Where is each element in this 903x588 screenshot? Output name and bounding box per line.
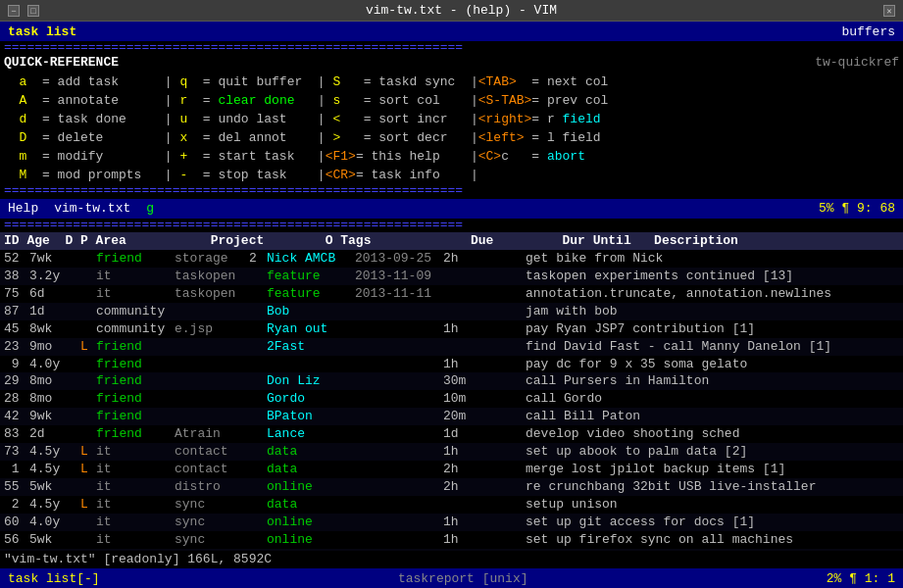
col-p — [80, 390, 96, 408]
col-area: friend — [96, 390, 175, 408]
col-o — [249, 303, 267, 320]
col-p — [80, 268, 96, 285]
col-id: 87 — [4, 303, 29, 320]
col-area: friend — [96, 425, 175, 443]
col-age: 4.5y — [29, 496, 65, 514]
col-age: 4.5y — [29, 443, 65, 461]
col-d — [65, 285, 80, 303]
col-until — [478, 250, 526, 268]
col-p: L — [80, 443, 96, 461]
col-area: friend — [96, 250, 175, 268]
table-row[interactable]: 565wk it sync online 1h set up firefox s… — [0, 531, 903, 549]
close-btn[interactable]: ✕ — [883, 5, 895, 17]
col-proj: taskopen — [175, 268, 249, 285]
table-row[interactable]: 832d friend Atrain Lance 1d develop vide… — [0, 425, 903, 443]
col-o — [249, 496, 267, 514]
col-id: 60 — [4, 514, 29, 531]
col-p — [80, 285, 96, 303]
col-dur — [443, 496, 478, 514]
col-d — [65, 320, 80, 338]
col-due: 2013-11-11 — [355, 285, 443, 303]
tab-buffers[interactable]: buffers — [841, 24, 895, 39]
col-dur: 1h — [443, 320, 478, 338]
col-id: 9 — [4, 356, 29, 373]
minimize-btn[interactable]: − — [8, 5, 20, 17]
col-p: L — [80, 496, 96, 514]
col-desc: call Pursers in Hamilton — [526, 372, 899, 390]
col-id: 75 — [4, 285, 29, 303]
table-row[interactable]: 383.2y it taskopen feature 2013-11-09 ta… — [0, 268, 903, 285]
maximize-btn[interactable]: □ — [27, 5, 39, 17]
table-row[interactable]: 94.0y friend 1h pay dc for 9 x 35 soma g… — [0, 356, 903, 373]
col-area: it — [96, 285, 175, 303]
col-age: 8mo — [29, 372, 65, 390]
col-due: 2013-09-25 — [355, 250, 443, 268]
col-area: community — [96, 320, 175, 338]
table-row[interactable]: 871d community Bob jam with bob — [0, 303, 903, 320]
col-tags: Ryan out — [267, 320, 355, 338]
col-until — [478, 514, 526, 531]
help-line-6: M = mod prompts | - = stop task |<CR>= t… — [4, 167, 899, 185]
col-until — [478, 478, 526, 496]
col-age: 2d — [29, 425, 65, 443]
col-p — [80, 514, 96, 531]
col-tags: feature — [267, 285, 355, 303]
col-o — [249, 408, 267, 425]
col-dur: 1h — [443, 514, 478, 531]
table-row[interactable]: 14.5y L it contact data 2h merge lost jp… — [0, 461, 903, 478]
table-row[interactable]: 756d it taskopen feature 2013-11-11 anno… — [0, 285, 903, 303]
col-p — [80, 320, 96, 338]
col-due — [355, 356, 443, 373]
table-row[interactable]: 24.5y L it sync data setup unison — [0, 496, 903, 514]
table-row[interactable]: 298mo friend Don Liz 30m call Pursers in… — [0, 372, 903, 390]
col-due — [355, 303, 443, 320]
col-p — [80, 356, 96, 373]
col-area: friend — [96, 338, 175, 356]
col-until — [478, 338, 526, 356]
col-until — [478, 268, 526, 285]
col-due — [355, 461, 443, 478]
col-o — [249, 514, 267, 531]
tab-task-list[interactable]: task list — [8, 24, 76, 39]
col-tags: online — [267, 531, 355, 549]
col-desc: annotation.truncate, annotation.newlines — [526, 285, 899, 303]
help-line-3: d = task done | u = undo last | < = sort… — [4, 111, 899, 129]
col-proj: taskopen — [175, 285, 249, 303]
col-tags: Nick AMCB — [267, 250, 355, 268]
col-dur: 2h — [443, 461, 478, 478]
col-age: 8wk — [29, 320, 65, 338]
col-until — [478, 461, 526, 478]
col-d — [65, 390, 80, 408]
col-o — [249, 531, 267, 549]
col-proj: Atrain — [175, 425, 249, 443]
table-row[interactable]: 527wk friend storage 2 Nick AMCB 2013-09… — [0, 250, 903, 268]
col-id: 28 — [4, 390, 29, 408]
col-o — [249, 461, 267, 478]
col-desc: call Gordo — [526, 390, 899, 408]
table-row[interactable]: 288mo friend Gordo 10m call Gordo — [0, 390, 903, 408]
col-tags: data — [267, 496, 355, 514]
col-o: 2 — [249, 250, 267, 268]
col-d — [65, 372, 80, 390]
col-tags: Don Liz — [267, 372, 355, 390]
col-age: 4.0y — [29, 514, 65, 531]
col-proj: distro — [175, 478, 249, 496]
table-row[interactable]: 604.0y it sync online 1h set up git acce… — [0, 514, 903, 531]
table-row[interactable]: 239mo L friend 2Fast find David Fast - c… — [0, 338, 903, 356]
col-proj — [175, 303, 249, 320]
col-proj: sync — [175, 531, 249, 549]
col-until — [478, 390, 526, 408]
table-row[interactable]: 734.5y L it contact data 1h set up abook… — [0, 443, 903, 461]
col-until — [478, 425, 526, 443]
col-desc: pay dc for 9 x 35 soma gelato — [526, 356, 899, 373]
col-dur: 2h — [443, 250, 478, 268]
col-due — [355, 496, 443, 514]
table-row[interactable]: 458wk community e.jsp Ryan out 1h pay Ry… — [0, 320, 903, 338]
table-row[interactable]: 555wk it distro online 2h re crunchbang … — [0, 478, 903, 496]
table-row[interactable]: 429wk friend BPaton 20m call Bill Paton — [0, 408, 903, 425]
col-tags: data — [267, 461, 355, 478]
col-tags: online — [267, 478, 355, 496]
col-desc: pay Ryan JSP7 contribution [1] — [526, 320, 899, 338]
col-due — [355, 390, 443, 408]
col-until — [478, 303, 526, 320]
